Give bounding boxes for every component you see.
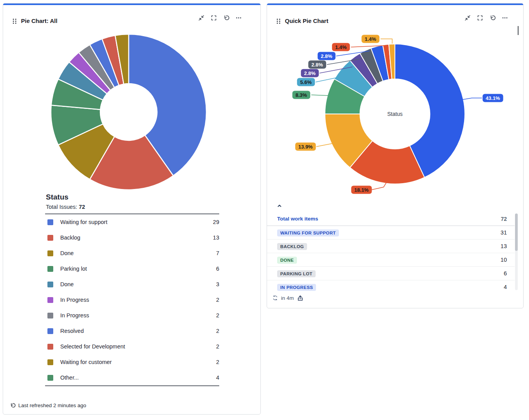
legend-value: 2: [216, 312, 219, 318]
legend-swatch: [47, 328, 53, 334]
legend-row: Other...4: [45, 370, 219, 385]
percentage-label: 5.6%: [297, 78, 315, 86]
legend-label: Resolved: [60, 328, 216, 334]
card-header: Pie Chart: All: [3, 5, 260, 25]
legend-label: Selected for Development: [60, 343, 216, 350]
legend-swatch: [47, 297, 53, 303]
card-title: Pie Chart: All: [21, 18, 58, 24]
expand-button[interactable]: [477, 15, 483, 21]
scrollbar-thumb[interactable]: [515, 214, 518, 251]
status-badge[interactable]: WAITING FOR SUPPORT: [277, 229, 339, 236]
legend-row: Done3: [45, 276, 219, 292]
card-toolbar: [464, 15, 514, 21]
legend-value: 2: [216, 297, 219, 303]
chart-center-label: Status: [387, 111, 403, 117]
legend-row: Backlog13: [45, 230, 219, 245]
table-row[interactable]: IN PROGRESS4: [267, 280, 515, 291]
legend-value: 13: [213, 234, 219, 241]
legend-row: Parking lot6: [45, 261, 219, 276]
row-value: 4: [504, 284, 507, 290]
collapse-section-button[interactable]: [276, 203, 283, 209]
legend-value: 2: [216, 343, 219, 350]
refresh-button[interactable]: [223, 15, 229, 21]
row-value: 10: [501, 257, 507, 263]
expand-button[interactable]: [211, 15, 217, 21]
legend-value: 2: [216, 359, 219, 365]
refresh-button[interactable]: [489, 15, 496, 21]
chevron-up-icon: [276, 203, 283, 209]
percentage-label: 2.8%: [301, 69, 319, 77]
card-toolbar: [198, 15, 248, 21]
legend-swatch: [47, 375, 53, 381]
refresh-countdown: in 4m: [281, 295, 294, 301]
legend: Waiting for support29Backlog13Done7Parki…: [45, 214, 219, 386]
card-header: Quick Pie Chart: [267, 5, 523, 25]
legend-row: Resolved2: [45, 323, 219, 339]
collapse-button[interactable]: [464, 15, 471, 21]
legend-value: 2: [216, 328, 219, 334]
table-row[interactable]: WAITING FOR SUPPORT31: [267, 226, 515, 240]
status-badge[interactable]: PARKING LOT: [277, 270, 316, 277]
card-title: Quick Pie Chart: [285, 18, 328, 24]
scrollbar[interactable]: [515, 214, 518, 290]
row-value: 6: [504, 270, 507, 276]
more-icon: [502, 15, 508, 21]
status-badge[interactable]: DONE: [277, 257, 297, 264]
legend-label: Other...: [60, 374, 216, 381]
legend-row: Waiting for customer2: [45, 354, 219, 370]
table-header-row: Total work items 72: [267, 212, 515, 226]
total-work-items-link[interactable]: Total work items: [277, 216, 501, 222]
text-caret: [518, 26, 519, 35]
expand-icon: [211, 15, 217, 21]
legend-row: Selected for Development2: [45, 339, 219, 354]
row-value: 13: [501, 243, 507, 249]
legend-label: Done: [60, 281, 216, 287]
legend-label: Parking lot: [60, 266, 216, 272]
legend-row: In Progress2: [45, 308, 219, 323]
pie-chart-all-card: Pie Chart: All: [3, 3, 261, 415]
legend-total-label: Total Issues:: [46, 204, 77, 210]
legend-swatch: [47, 250, 53, 256]
legend-title: Status: [46, 193, 68, 201]
more-button[interactable]: [502, 15, 508, 21]
status-donut-chart: [49, 32, 208, 192]
percentage-label: 18.1%: [351, 186, 372, 194]
table-row[interactable]: PARKING LOT6: [267, 267, 515, 280]
collapse-button[interactable]: [198, 15, 204, 21]
legend-swatch: [47, 313, 53, 318]
percentage-label: 8.3%: [292, 91, 310, 99]
collapse-icon: [198, 15, 204, 21]
collapse-icon: [464, 15, 471, 21]
drag-handle-icon[interactable]: [12, 18, 17, 24]
percentage-label: 43.1%: [483, 94, 503, 102]
percentage-label: 1.4%: [332, 43, 350, 51]
percentage-label: 2.8%: [318, 52, 335, 60]
legend-swatch: [47, 235, 53, 241]
status-badge[interactable]: BACKLOG: [277, 243, 307, 250]
percentage-label: 2.8%: [308, 61, 326, 69]
legend-swatch: [47, 344, 53, 350]
legend-label: Done: [60, 250, 216, 256]
status-badge[interactable]: IN PROGRESS: [277, 284, 316, 291]
legend-label: Backlog: [60, 234, 213, 241]
legend-value: 7: [216, 250, 219, 256]
legend-swatch: [47, 219, 53, 225]
legend-swatch: [47, 282, 53, 287]
more-button[interactable]: [236, 15, 242, 21]
sync-icon: [272, 295, 278, 301]
badge-cell: PARKING LOT: [277, 270, 504, 277]
share-icon[interactable]: [297, 295, 304, 301]
expand-icon: [477, 15, 483, 21]
quick-pie-chart-card: Quick Pie Chart: [267, 3, 524, 308]
refresh-small-icon: [10, 402, 16, 408]
legend-total-value: 72: [79, 204, 85, 210]
legend-label: Waiting for customer: [60, 359, 216, 365]
legend-value: 4: [216, 374, 219, 381]
table-row[interactable]: BACKLOG13: [267, 240, 515, 253]
badge-cell: DONE: [277, 256, 501, 264]
refresh-icon: [489, 15, 496, 21]
drag-handle-icon[interactable]: [276, 18, 281, 24]
table-header-value: 72: [501, 216, 507, 222]
table-row[interactable]: DONE10: [267, 253, 515, 267]
legend-row: In Progress2: [45, 292, 219, 308]
